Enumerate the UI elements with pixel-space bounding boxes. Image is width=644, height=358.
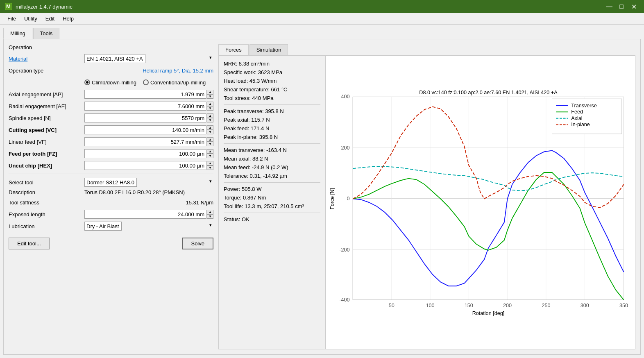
window-controls: — □ ✕ (604, 1, 639, 12)
left-panel: Operation Material EN 1.4021, AISI 420 +… (9, 44, 213, 349)
minimize-button[interactable]: — (604, 1, 615, 12)
milling-type-row: Climb/down-milling Conventional/up-milli… (9, 77, 213, 87)
tab-tools[interactable]: Tools (33, 28, 59, 39)
uncut-up[interactable]: ▲ (207, 161, 213, 165)
spindle-down[interactable]: ▼ (207, 118, 213, 122)
tab-milling[interactable]: Milling (3, 28, 32, 39)
uncut-row: Uncut chip [HEX] ▲ ▼ (9, 161, 213, 170)
content-area: Operation Material EN 1.4021, AISI 420 +… (3, 39, 641, 355)
menu-utility[interactable]: Utility (20, 14, 41, 23)
stiffness-value: 15.31 N/µm (84, 199, 213, 206)
axial-up[interactable]: ▲ (207, 90, 213, 94)
tool-select[interactable]: Dormer S812 HA8.0 (84, 178, 137, 187)
menu-edit[interactable]: Edit (41, 14, 59, 23)
stat-tool-life: Tool life: 13.3 m, 25:07, 210.5 cm³ (224, 202, 320, 210)
stiffness-row: Tool stiffness 15.31 N/µm (9, 197, 213, 207)
material-label[interactable]: Material (9, 56, 84, 62)
divider-1 (9, 174, 213, 174)
svg-text:Force [N]: Force [N] (329, 188, 335, 209)
lubrication-select[interactable]: Dry - Air Blast Flood MQL Dry (84, 222, 122, 231)
linear-row: Linear feed [VF] ▲ ▼ (9, 137, 213, 147)
uncut-input[interactable] (84, 161, 206, 170)
spindle-input-group: ▲ ▼ (84, 113, 213, 122)
radial-row: Radial engagement [AE] ▲ ▼ (9, 101, 213, 111)
solve-button[interactable]: Solve (182, 238, 213, 249)
svg-text:200: 200 (503, 303, 512, 308)
cutting-down[interactable]: ▼ (207, 130, 213, 134)
feed-up[interactable]: ▲ (207, 149, 213, 154)
linear-up[interactable]: ▲ (207, 137, 213, 142)
stat-mean-feed: Mean feed: -24.9 N (0.2 W) (224, 163, 320, 171)
svg-text:Rotation [deg]: Rotation [deg] (472, 310, 505, 316)
menu-help[interactable]: Help (59, 14, 78, 23)
main-tab-bar: Milling Tools (3, 28, 641, 39)
main-content: Milling Tools Operation Material EN 1.40… (0, 25, 644, 358)
stats-divider-1 (224, 104, 320, 105)
select-tool-label: Select tool (9, 179, 84, 186)
svg-text:350: 350 (619, 303, 628, 308)
spindle-input[interactable] (84, 113, 206, 122)
cutting-up[interactable]: ▲ (207, 125, 213, 130)
right-content: MRR: 8.38 cm³/min Specific work: 3623 MP… (218, 55, 635, 349)
feed-input[interactable] (84, 149, 206, 158)
svg-text:100: 100 (426, 303, 434, 308)
cutting-label: Cutting speed [VC] (9, 127, 84, 133)
tab-simulation[interactable]: Simulation (249, 44, 288, 55)
select-tool-row: Select tool Dormer S812 HA8.0 (9, 177, 213, 187)
maximize-button[interactable]: □ (616, 1, 627, 12)
linear-label: Linear feed [VF] (9, 139, 84, 145)
stat-shear-temp: Shear temperature: 661 °C (224, 86, 320, 93)
axial-input[interactable] (84, 90, 206, 99)
feed-down[interactable]: ▼ (207, 154, 213, 158)
operation-type-label: Operation type (9, 68, 84, 74)
stat-torque: Torque: 0.867 Nm (224, 194, 320, 202)
svg-text:-400: -400 (339, 297, 349, 303)
conventional-radio[interactable]: Conventional/up-milling (143, 79, 206, 86)
axial-input-group: ▲ ▼ (84, 90, 213, 99)
stat-tool-stress: Tool stress: 440 MPa (224, 94, 320, 102)
stat-mean-transverse: Mean transverse: -163.4 N (224, 146, 320, 154)
operation-type-value[interactable]: Helical ramp 5°, Dia. 15.2 mm (84, 68, 213, 74)
exposed-row: Exposed length ▲ ▼ (9, 209, 213, 219)
climb-radio[interactable]: Climb/down-milling (84, 79, 136, 86)
material-select-wrapper: EN 1.4021, AISI 420 +A (84, 54, 213, 63)
feed-label: Feed per tooth [FZ] (9, 151, 84, 157)
linear-spinner: ▲ ▼ (207, 137, 213, 146)
app-icon: M (5, 3, 12, 10)
stat-status: Status: OK (224, 215, 320, 223)
stiffness-label: Tool stiffness (9, 199, 84, 206)
exposed-input[interactable] (84, 210, 206, 219)
radial-input[interactable] (84, 102, 206, 111)
stat-peak-feed: Peak feed: 171.4 N (224, 125, 320, 132)
axial-down[interactable]: ▼ (207, 94, 213, 99)
tab-forces[interactable]: Forces (218, 44, 249, 55)
uncut-input-group: ▲ ▼ (84, 161, 213, 170)
uncut-down[interactable]: ▼ (207, 165, 213, 170)
axial-spinner: ▲ ▼ (207, 90, 213, 99)
exposed-down[interactable]: ▼ (207, 214, 213, 219)
spindle-up[interactable]: ▲ (207, 113, 213, 118)
svg-text:Feed: Feed (571, 109, 583, 115)
linear-input[interactable] (84, 137, 206, 146)
spindle-spinner: ▲ ▼ (207, 113, 213, 122)
edit-tool-button[interactable]: Edit tool... (9, 238, 50, 249)
stat-peak-inplane: Peak in-plane: 395.8 N (224, 133, 320, 141)
climb-radio-indicator (84, 79, 90, 85)
cutting-input[interactable] (84, 125, 206, 134)
material-select[interactable]: EN 1.4021, AISI 420 +A (84, 54, 145, 63)
stat-heat-load: Heat load: 45.3 W/mm (224, 77, 320, 85)
svg-text:200: 200 (341, 145, 349, 151)
linear-down[interactable]: ▼ (207, 142, 213, 146)
exposed-up[interactable]: ▲ (207, 210, 213, 214)
menu-file[interactable]: File (3, 14, 20, 23)
chart-title: D8.0 vc:140 fz:0.100 ap:2.0 ae:7.60 EN 1… (419, 90, 558, 95)
material-row: Material EN 1.4021, AISI 420 +A (9, 54, 213, 63)
button-row: Edit tool... Solve (9, 238, 213, 249)
radial-up[interactable]: ▲ (207, 102, 213, 106)
tool-select-wrapper: Dormer S812 HA8.0 (84, 178, 213, 187)
close-button[interactable]: ✕ (628, 1, 639, 12)
axial-label: Axial engagement [AP] (9, 91, 84, 97)
spindle-row: Spindle speed [N] ▲ ▼ (9, 113, 213, 123)
stats-divider-3 (224, 182, 320, 183)
radial-down[interactable]: ▼ (207, 106, 213, 111)
